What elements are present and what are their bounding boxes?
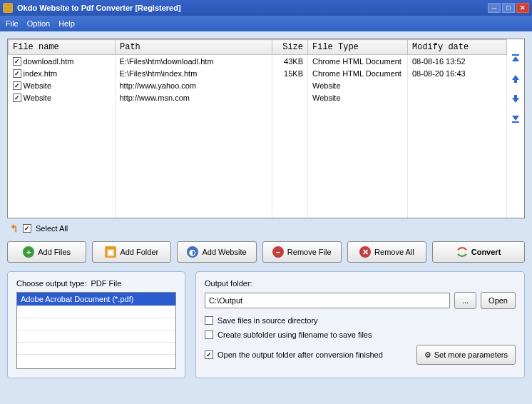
svg-marker-3	[512, 95, 519, 103]
col-modify[interactable]: Modify date	[408, 40, 507, 55]
create-subfolder-checkbox[interactable]	[205, 330, 213, 339]
titlebar: Okdo Website to Pdf Converter [Registere…	[0, 0, 532, 16]
file-size: 43KB	[272, 55, 308, 68]
table-header-row: File name Path Size File Type Modify dat…	[9, 40, 507, 55]
move-down-button[interactable]	[509, 92, 522, 105]
browse-button[interactable]: ...	[454, 292, 476, 309]
output-folder-label: Output folder:	[205, 279, 252, 288]
file-modify: 08-08-16 13:52	[408, 55, 507, 68]
globe-icon: ◐	[187, 246, 198, 258]
gear-icon: ⚙	[424, 350, 431, 360]
row-checkbox[interactable]	[13, 94, 21, 102]
open-folder-button[interactable]: Open	[481, 292, 516, 309]
minus-icon: –	[272, 246, 284, 258]
file-type: Website	[308, 79, 408, 91]
svg-marker-2	[512, 75, 519, 83]
choose-output-label: Choose output type:	[16, 279, 86, 288]
col-path[interactable]: Path	[116, 40, 272, 55]
app-logo-icon	[3, 3, 13, 13]
col-size[interactable]: Size	[272, 40, 308, 55]
file-path: E:\Files\htm\index.htm	[116, 67, 272, 79]
file-size: 15KB	[272, 67, 308, 79]
output-type-listbox[interactable]: Adobe Acrobat Document (*.pdf)	[16, 292, 176, 369]
more-parameters-button[interactable]: ⚙Set more parameters	[416, 345, 516, 365]
file-size	[272, 91, 308, 103]
col-filename[interactable]: File name	[9, 40, 116, 55]
close-button[interactable]: ✕	[516, 3, 529, 13]
plus-icon: +	[23, 246, 34, 258]
file-name: index.htm	[24, 69, 58, 78]
svg-rect-5	[512, 121, 519, 123]
file-modify: 08-08-20 16:43	[408, 67, 507, 79]
menubar: File Option Help	[0, 16, 532, 31]
menu-help[interactable]: Help	[58, 19, 75, 28]
window-title: Okdo Website to Pdf Converter [Registere…	[17, 4, 488, 12]
row-checkbox[interactable]	[13, 57, 21, 66]
move-up-button[interactable]	[509, 72, 522, 85]
table-row[interactable]: Website http://www.msn.com Website	[9, 91, 507, 103]
move-top-button[interactable]	[509, 52, 522, 65]
file-type: Website	[308, 91, 408, 103]
minimize-button[interactable]: ─	[488, 3, 501, 13]
file-list-panel: File name Path Size File Type Modify dat…	[7, 39, 525, 218]
file-modify	[408, 79, 507, 91]
folder-icon: ▣	[105, 246, 116, 258]
open-after-checkbox[interactable]	[205, 350, 213, 359]
remove-all-icon: ✕	[359, 246, 371, 258]
file-name: Website	[24, 81, 52, 90]
table-row[interactable]: index.htm E:\Files\htm\index.htm 15KB Ch…	[9, 67, 507, 79]
maximize-button[interactable]: □	[502, 3, 515, 13]
svg-rect-0	[512, 54, 519, 56]
output-folder-input[interactable]	[205, 293, 450, 308]
file-size	[272, 79, 308, 91]
output-type-value: PDF File	[91, 279, 121, 288]
output-type-group: Choose output type: PDF File Adobe Acrob…	[7, 271, 185, 378]
remove-all-button[interactable]: ✕Remove All	[347, 241, 426, 263]
menu-file[interactable]: File	[6, 19, 19, 28]
convert-button[interactable]: Convert	[432, 241, 525, 263]
convert-icon	[456, 246, 468, 258]
move-bottom-button[interactable]	[509, 112, 522, 125]
table-row[interactable]: Website http://www.yahoo.com Website	[9, 79, 507, 91]
svg-marker-4	[512, 116, 519, 121]
file-path: http://www.msn.com	[116, 91, 272, 103]
create-subfolder-label: Create subfolder using filename to save …	[218, 330, 372, 339]
svg-marker-1	[512, 56, 519, 61]
file-modify	[408, 91, 507, 103]
menu-option[interactable]: Option	[27, 19, 50, 28]
table-row[interactable]: downloadl.htm E:\Files\htm\downloadl.htm…	[9, 55, 507, 68]
select-all-label: Select All	[36, 224, 68, 233]
row-checkbox[interactable]	[13, 69, 21, 78]
open-after-label: Open the output folder after conversion …	[218, 350, 383, 359]
remove-file-button[interactable]: –Remove File	[262, 241, 342, 263]
list-item[interactable]: Adobe Acrobat Document (*.pdf)	[17, 293, 175, 305]
save-source-label: Save files in source directory	[218, 316, 318, 325]
select-all-checkbox[interactable]	[23, 224, 31, 233]
file-path: E:\Files\htm\downloadl.htm	[116, 55, 272, 68]
file-name: downloadl.htm	[24, 57, 74, 66]
save-source-checkbox[interactable]	[205, 316, 213, 325]
row-checkbox[interactable]	[13, 81, 21, 90]
file-path: http://www.yahoo.com	[116, 79, 272, 91]
file-type: Chrome HTML Document	[308, 55, 408, 68]
add-files-button[interactable]: +Add Files	[7, 241, 86, 263]
add-folder-button[interactable]: ▣Add Folder	[92, 241, 171, 263]
col-filetype[interactable]: File Type	[308, 40, 408, 55]
file-type: Chrome HTML Document	[308, 67, 408, 79]
file-name: Website	[24, 94, 52, 102]
up-level-icon[interactable]: ↰	[10, 223, 19, 234]
add-website-button[interactable]: ◐Add Website	[177, 241, 256, 263]
output-folder-group: Output folder: ... Open Save files in so…	[195, 271, 525, 378]
